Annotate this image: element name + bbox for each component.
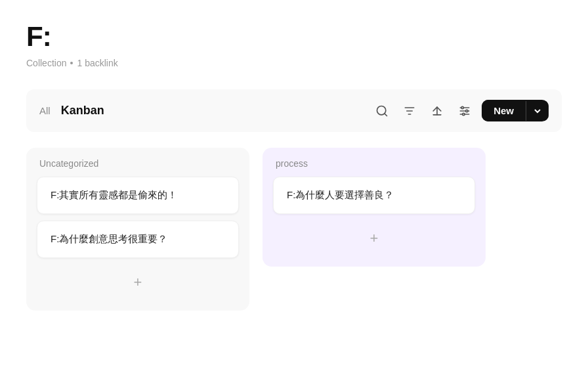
svg-point-11 xyxy=(466,110,468,112)
filter-icon[interactable] xyxy=(399,100,420,121)
column-process: process F:為什麼人要選擇善良？ + xyxy=(262,148,486,267)
sort-icon[interactable] xyxy=(427,100,448,121)
kanban-board: Uncategorized F:其實所有靈感都是偷來的！ F:為什麼創意思考很重… xyxy=(26,148,562,311)
add-card-button-process[interactable]: + xyxy=(273,221,475,256)
tab-all[interactable]: All xyxy=(39,105,51,116)
column-header-process: process xyxy=(273,158,475,169)
subtitle: Collection 1 backlink xyxy=(26,58,562,68)
process-tag: process xyxy=(276,158,308,169)
kanban-card[interactable]: F:為什麼創意思考很重要？ xyxy=(37,221,239,258)
svg-point-10 xyxy=(461,106,463,108)
new-button-group: New xyxy=(482,100,549,121)
collection-label: Collection xyxy=(26,58,66,68)
column-uncategorized: Uncategorized F:其實所有靈感都是偷來的！ F:為什麼創意思考很重… xyxy=(26,148,249,311)
new-button-caret[interactable] xyxy=(526,101,549,121)
plus-icon: + xyxy=(370,230,379,247)
plus-icon: + xyxy=(134,274,142,291)
add-card-button-uncategorized[interactable]: + xyxy=(37,265,239,300)
backlink-label: 1 backlink xyxy=(77,58,117,68)
column-header-uncategorized: Uncategorized xyxy=(37,158,239,169)
kanban-card[interactable]: F:其實所有靈感都是偷來的！ xyxy=(37,177,239,214)
toolbar: All Kanban xyxy=(26,89,562,132)
new-button[interactable]: New xyxy=(482,100,526,121)
page-title: F: xyxy=(26,21,562,53)
svg-line-1 xyxy=(385,113,387,116)
settings-icon[interactable] xyxy=(454,100,475,121)
dot-separator xyxy=(70,62,73,64)
toolbar-right: New xyxy=(371,100,549,121)
kanban-card[interactable]: F:為什麼人要選擇善良？ xyxy=(273,177,475,214)
svg-point-12 xyxy=(463,113,465,115)
tab-kanban[interactable]: Kanban xyxy=(61,104,104,118)
search-icon[interactable] xyxy=(371,100,392,121)
toolbar-left: All Kanban xyxy=(39,104,364,118)
